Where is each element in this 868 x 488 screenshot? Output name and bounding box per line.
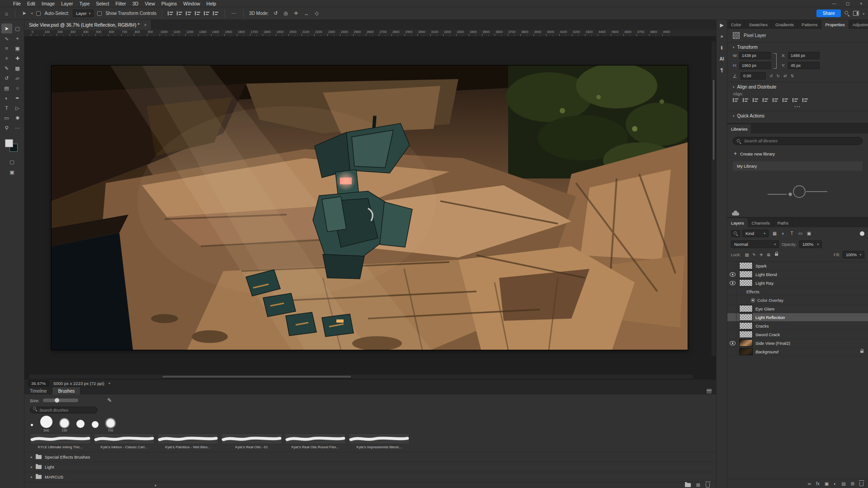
scrollbar-thumb[interactable] [162, 375, 352, 378]
align-bottom-icon[interactable] [783, 98, 788, 103]
flip-horizontal-icon[interactable]: ⇄ [783, 74, 787, 78]
filter-smart-icon[interactable]: ▣ [805, 230, 813, 237]
link-layers-icon[interactable]: ∞ [808, 481, 811, 486]
visibility-eye-icon[interactable] [729, 347, 736, 356]
more-options-icon[interactable]: ⋯ [230, 10, 238, 16]
edit-toolbar-button[interactable]: ⋯ [12, 123, 23, 133]
brush-preset[interactable] [31, 424, 33, 432]
menu-item[interactable]: View [142, 1, 158, 6]
dodge-tool[interactable]: ◐ [1, 93, 12, 103]
new-brush-icon[interactable]: ⊞ [696, 482, 700, 488]
visibility-eye-icon[interactable] [729, 270, 736, 278]
align-bottom-icon[interactable] [213, 11, 219, 16]
auto-select-checkbox[interactable] [36, 11, 41, 16]
panel-resize-handle[interactable]: ▴ [155, 483, 156, 487]
brush-item[interactable]: Kyle's Impressionist Blend... [349, 433, 410, 449]
panel-tab[interactable]: Gradients [772, 20, 798, 29]
layer-row[interactable]: Effects [727, 287, 868, 296]
blur-tool[interactable]: ○ [12, 83, 23, 93]
transform-section-header[interactable]: ▾ Transform [733, 45, 863, 50]
align-top-icon[interactable] [195, 11, 201, 16]
panel-tab[interactable]: Patterns [798, 20, 821, 29]
align-right-icon[interactable] [753, 98, 759, 103]
document-tab[interactable]: Side View.psd @ 36.7% (Light Reflection,… [24, 20, 151, 30]
panel-tab[interactable]: Layers [727, 218, 748, 227]
layer-row[interactable]: Eye Glare [727, 305, 868, 313]
comments-icon[interactable]: ¶ [721, 68, 723, 73]
layer-effects-icon[interactable]: fx [816, 481, 820, 486]
type-tool[interactable]: T [1, 103, 12, 113]
visibility-eye-icon[interactable] [729, 339, 736, 347]
panel-tab[interactable]: Properties [821, 20, 849, 29]
brush-tool[interactable]: ✎ [1, 63, 12, 73]
menu-item[interactable]: Layer [58, 1, 76, 6]
lock-artboard-icon[interactable]: ⊞ [765, 252, 772, 258]
roll-3d-icon[interactable]: ◎ [283, 10, 290, 16]
lasso-tool[interactable]: ∿ [1, 33, 12, 43]
panel-tab[interactable]: Channels [748, 218, 774, 227]
brush-preset[interactable] [76, 420, 85, 432]
chevron-down-icon[interactable]: ▾ [31, 12, 33, 15]
opacity-dropdown[interactable]: 100% ▾ [799, 240, 822, 248]
filter-shape-icon[interactable]: ▭ [797, 230, 804, 237]
brush-preset[interactable] [92, 421, 99, 432]
align-center-h-icon[interactable] [177, 11, 183, 16]
close-button[interactable]: × [854, 1, 868, 6]
eyedropper-tool[interactable]: ✧ [1, 53, 12, 63]
maximize-button[interactable]: ▢ [841, 1, 854, 6]
filter-search-icon[interactable] [731, 230, 740, 237]
show-transform-checkbox[interactable] [97, 11, 102, 16]
align-center-v-icon[interactable] [773, 98, 778, 103]
align-left-icon[interactable] [168, 11, 174, 16]
lock-all-icon[interactable] [775, 253, 778, 256]
visibility-eye-icon[interactable] [729, 262, 736, 270]
lock-position-icon[interactable]: ✛ [758, 252, 765, 258]
brush-preset[interactable]: 500 [40, 416, 52, 432]
library-item[interactable]: My Library [733, 161, 863, 171]
share-button[interactable]: Share [816, 9, 841, 17]
flip-vertical-icon[interactable]: ⇅ [791, 74, 794, 78]
layer-mask-icon[interactable]: ▣ [825, 481, 829, 486]
chevron-up-icon[interactable]: ▴ [863, 12, 864, 15]
delete-brush-icon[interactable] [706, 483, 710, 488]
quick-actions-header[interactable]: ▾ Quick Actions [733, 113, 863, 118]
filter-adjustment-icon[interactable]: ◐ [779, 230, 787, 237]
orbit-3d-icon[interactable]: ↺ [272, 10, 279, 16]
foreground-color-swatch[interactable] [5, 139, 13, 147]
path-selection-tool[interactable]: ▷ [12, 103, 23, 113]
auto-select-dropdown[interactable]: Layer ▾ [73, 9, 94, 17]
rotation-field[interactable] [741, 72, 766, 80]
brush-item[interactable]: Kyle's Real Oils Round Flex... [285, 433, 346, 449]
workspace-icon[interactable] [853, 11, 859, 16]
visibility-eye-icon[interactable] [729, 305, 736, 313]
layer-row[interactable]: Background [727, 347, 868, 356]
layer-row[interactable]: Spark [727, 262, 868, 270]
libraries-search-input[interactable] [733, 137, 863, 145]
menu-item[interactable]: Select [93, 1, 112, 6]
status-menu-icon[interactable]: ▸ [109, 381, 111, 385]
clone-stamp-tool[interactable]: ▩ [12, 63, 23, 73]
blend-mode-dropdown[interactable]: Normal ▾ [731, 240, 779, 248]
canvas-pasteboard[interactable] [24, 37, 716, 379]
visibility-eye-icon[interactable] [729, 296, 736, 304]
create-library-button[interactable]: + Create new library [727, 147, 868, 160]
frame-tool[interactable]: ▣ [12, 43, 23, 53]
zoom-level-field[interactable]: 36.67% [28, 380, 49, 386]
search-icon[interactable] [844, 11, 849, 16]
info-icon[interactable]: ℹ [721, 45, 723, 50]
more-align-options-icon[interactable]: ••• [733, 104, 863, 108]
brush-preset[interactable]: 150 [60, 418, 69, 432]
cloud-sync-icon[interactable] [732, 212, 739, 216]
y-field[interactable] [788, 62, 820, 69]
menu-item[interactable]: Filter [112, 1, 129, 6]
tab-close-icon[interactable]: × [144, 23, 147, 28]
quick-mask-icon[interactable]: ▢ [9, 159, 14, 165]
home-icon[interactable]: ⌂ [4, 11, 9, 16]
rotate-ccw-icon[interactable]: ↺ [769, 74, 773, 78]
export-icon[interactable]: » [721, 34, 723, 39]
scale-3d-icon[interactable]: ◇ [313, 10, 320, 16]
menu-item[interactable]: Edit [24, 1, 38, 6]
rotate-cw-icon[interactable]: ↻ [777, 74, 780, 78]
gradient-tool[interactable]: ▤ [1, 83, 12, 93]
brush-item[interactable]: KYLE Ultimate Inking Thic... [30, 433, 91, 449]
